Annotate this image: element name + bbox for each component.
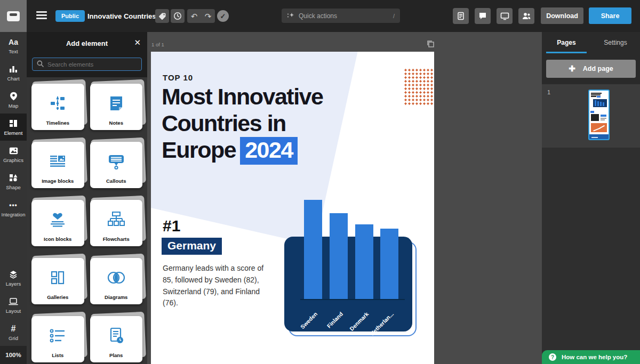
undo-button[interactable]: ↶: [187, 9, 201, 23]
workspace: 1 of 1 TOP 10 Most Innovative Countries …: [147, 32, 542, 364]
help-widget-button[interactable]: ? How can we help you?: [542, 350, 640, 364]
panel-tabs: Pages Settings: [542, 32, 640, 53]
plus-icon: ✚: [569, 64, 575, 74]
help-question-icon: ?: [549, 353, 556, 361]
panel-title: Add element: [27, 39, 147, 47]
active-tab-underline: [546, 52, 587, 53]
infographic-title[interactable]: Most Innovative Countries in Europe2024: [162, 84, 323, 165]
lists-icon: [47, 326, 68, 346]
duplicate-page-icon[interactable]: [427, 40, 434, 47]
year-highlight: 2024: [240, 137, 298, 165]
redo-icon: ↷: [205, 12, 212, 20]
tag-button[interactable]: [155, 9, 169, 23]
panel-empty-area: [542, 148, 640, 364]
tab-pages[interactable]: Pages: [542, 32, 591, 53]
bar-netherlands[interactable]: [380, 229, 398, 300]
timelines-icon: [47, 93, 68, 114]
history-button[interactable]: [171, 9, 185, 23]
element-card-flowcharts[interactable]: Flowcharts: [90, 200, 143, 246]
sidebar-item-shape[interactable]: Shape: [0, 168, 27, 195]
share-button[interactable]: Share: [589, 7, 631, 24]
sidebar-item-layers[interactable]: Layers: [0, 264, 27, 292]
search-icon: [37, 60, 44, 67]
icon-blocks-icon: [47, 209, 68, 230]
element-card-diagrams[interactable]: Diagrams: [90, 258, 143, 304]
element-card-icon-blocks[interactable]: Icon blocks: [31, 200, 84, 246]
left-sidebar: Aa Text Chart Map Element Graphics Shape…: [0, 32, 27, 364]
download-button[interactable]: Download: [541, 7, 583, 24]
rank-label[interactable]: #1: [163, 217, 180, 235]
canvas-page[interactable]: TOP 10 Most Innovative Countries in Euro…: [151, 52, 434, 364]
sidebar-item-integration[interactable]: ••• Integration: [0, 195, 27, 222]
app-logo-icon: [7, 11, 20, 21]
comment-icon: [478, 12, 487, 20]
sidebar-item-chart[interactable]: Chart: [0, 59, 27, 86]
document-title[interactable]: Innovative Countries: [87, 12, 156, 20]
collaborators-button[interactable]: [518, 8, 534, 24]
close-icon[interactable]: ✕: [134, 38, 141, 46]
saved-status-icon: ✓: [217, 10, 229, 22]
layout-icon: [9, 297, 18, 306]
visibility-badge[interactable]: Public: [55, 10, 85, 22]
bar-finland[interactable]: [330, 213, 348, 300]
element-card-timelines[interactable]: Timelines: [31, 84, 84, 130]
notes-icon: [106, 93, 126, 114]
undo-icon: ↶: [191, 12, 198, 20]
add-page-button[interactable]: ✚ Add page: [546, 60, 636, 78]
zoom-level[interactable]: 100%: [0, 346, 27, 364]
tab-settings[interactable]: Settings: [591, 32, 640, 53]
add-element-panel: Add element ✕ Timelines Notes Image bloc…: [27, 32, 147, 364]
page-thumbnail[interactable]: [588, 90, 610, 140]
panel-header: Add element ✕: [27, 32, 147, 54]
grid-icon: #: [11, 324, 16, 334]
history-clock-icon: [173, 12, 182, 20]
quick-actions-bar[interactable]: Quick actions /: [282, 9, 400, 23]
tag-icon: [158, 12, 166, 20]
diagrams-icon: [106, 268, 127, 288]
bar-sweden[interactable]: [304, 200, 322, 300]
chart-icon: [9, 64, 18, 74]
main-menu-icon[interactable]: [36, 11, 47, 20]
monitor-icon: [500, 12, 509, 20]
search-input[interactable]: [32, 58, 142, 71]
comments-button[interactable]: [475, 8, 491, 24]
chart-baseline: [300, 299, 405, 300]
app-logo[interactable]: [0, 0, 27, 32]
sparkle-icon: [287, 12, 294, 20]
dot-pattern-graphic[interactable]: [404, 68, 434, 106]
country-label[interactable]: Germany: [162, 238, 222, 255]
element-card-galleries[interactable]: Galleries: [31, 258, 84, 304]
element-card-lists[interactable]: Lists: [31, 316, 84, 362]
present-button[interactable]: [497, 8, 513, 24]
quick-actions-placeholder: Quick actions: [299, 12, 393, 20]
callouts-icon: [106, 151, 126, 172]
people-icon: [522, 12, 531, 20]
bar-denmark[interactable]: [355, 224, 373, 300]
map-pin-icon: [10, 92, 18, 101]
add-page-row: ✚ Add page: [542, 53, 640, 84]
element-icon: [9, 119, 18, 128]
sidebar-item-grid[interactable]: # Grid: [0, 319, 27, 346]
sidebar-spacer: [0, 222, 27, 264]
description-text[interactable]: Germany leads with a score of 85, follow…: [163, 263, 276, 309]
text-icon: Aa: [9, 37, 18, 47]
element-card-notes[interactable]: Notes: [90, 84, 143, 130]
element-card-plans[interactable]: Plans: [90, 316, 143, 362]
element-cards-grid: Timelines Notes Image blocks Callouts Ic…: [27, 77, 147, 364]
kicker-text[interactable]: TOP 10: [163, 73, 193, 82]
sidebar-item-element[interactable]: Element: [0, 114, 27, 141]
sidebar-item-layout[interactable]: Layout: [0, 292, 27, 319]
page-number: 1: [547, 89, 550, 95]
sidebar-item-graphics[interactable]: Graphics: [0, 141, 27, 168]
ellipsis-icon: •••: [9, 200, 18, 210]
redo-button[interactable]: ↷: [201, 9, 215, 23]
notes-icon: [457, 12, 465, 20]
top-toolbar: Public Innovative Countries ↶ ↷ ✓ Quick …: [0, 0, 640, 32]
element-card-image-blocks[interactable]: Image blocks: [31, 142, 84, 188]
galleries-icon: [47, 268, 68, 288]
sidebar-item-map[interactable]: Map: [0, 86, 27, 114]
pages-panel: Pages Settings ✚ Add page 1: [542, 32, 640, 364]
sidebar-item-text[interactable]: Aa Text: [0, 32, 27, 59]
element-card-callouts[interactable]: Callouts: [90, 142, 143, 188]
notes-button[interactable]: [453, 8, 469, 24]
